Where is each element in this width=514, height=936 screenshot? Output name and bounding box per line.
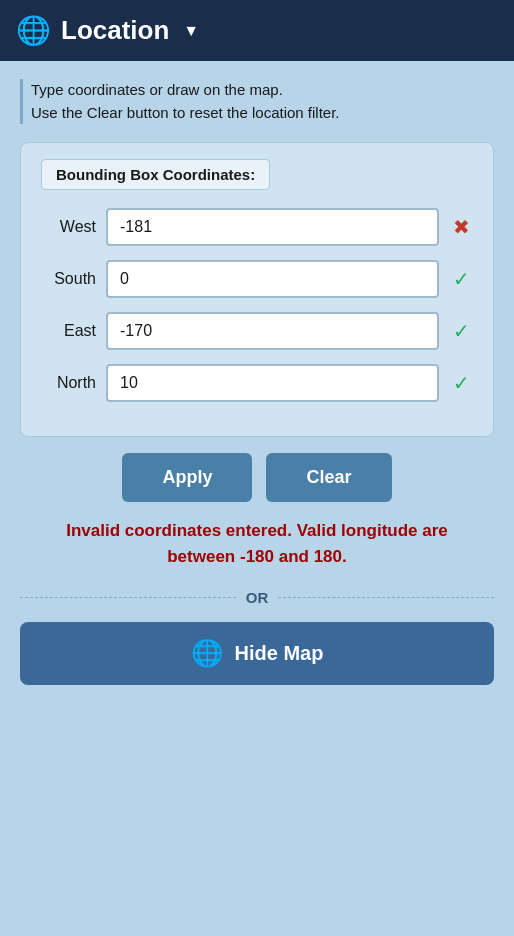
north-input[interactable] [106,364,439,402]
hide-map-globe-icon: 🌐 [191,638,223,669]
west-input[interactable] [106,208,439,246]
description-line2: Use the Clear button to reset the locati… [31,104,340,121]
south-status-icon: ✓ [449,267,473,291]
or-line-left [20,597,236,598]
south-row: South ✓ [41,260,473,298]
or-line-right [278,597,494,598]
south-label: South [41,270,96,288]
apply-button[interactable]: Apply [122,453,252,502]
east-row: East ✓ [41,312,473,350]
chevron-down-icon[interactable]: ▼ [183,22,199,40]
north-status-icon: ✓ [449,371,473,395]
bounding-box-container: Bounding Box Coordinates: West ✖ South ✓… [20,142,494,437]
west-label: West [41,218,96,236]
page-title: Location [61,15,169,46]
north-row: North ✓ [41,364,473,402]
or-divider: OR [20,589,494,606]
description-text: Type coordinates or draw on the map. Use… [20,79,494,124]
west-status-icon: ✖ [449,215,473,239]
east-label: East [41,322,96,340]
error-message: Invalid coordinates entered. Valid longi… [20,518,494,569]
action-buttons: Apply Clear [20,453,494,502]
east-input[interactable] [106,312,439,350]
header: 🌐 Location ▼ [0,0,514,61]
north-label: North [41,374,96,392]
header-globe-icon: 🌐 [16,14,51,47]
clear-button[interactable]: Clear [266,453,391,502]
description-line1: Type coordinates or draw on the map. [31,81,283,98]
or-text: OR [246,589,269,606]
west-row: West ✖ [41,208,473,246]
main-content: Type coordinates or draw on the map. Use… [0,61,514,705]
hide-map-button[interactable]: 🌐 Hide Map [20,622,494,685]
bounding-box-title: Bounding Box Coordinates: [41,159,270,190]
south-input[interactable] [106,260,439,298]
east-status-icon: ✓ [449,319,473,343]
hide-map-label: Hide Map [235,642,324,665]
